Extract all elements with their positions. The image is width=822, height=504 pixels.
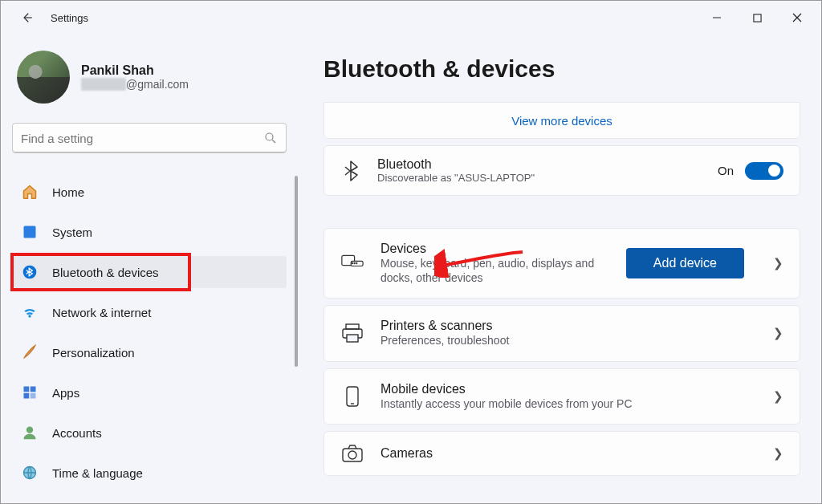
svg-rect-9 [31, 387, 36, 392]
nav-list: Home System Bluetooth & devices Network … [12, 176, 287, 497]
svg-rect-21 [347, 335, 358, 342]
system-icon [22, 225, 37, 239]
sidebar-item-personalization[interactable]: Personalization [12, 336, 287, 368]
bluetooth-icon [22, 264, 38, 280]
bluetooth-toggle-card: Bluetooth Discoverable as "ASUS-LAPTOP" … [324, 145, 800, 196]
view-more-devices-link[interactable]: View more devices [324, 102, 800, 139]
cameras-row[interactable]: Cameras ❯ [324, 431, 800, 476]
printers-subtitle: Preferences, troubleshoot [380, 333, 757, 348]
svg-point-25 [348, 451, 356, 459]
sidebar-item-label: Bluetooth & devices [52, 266, 159, 279]
sidebar-item-label: Personalization [52, 346, 135, 360]
svg-rect-10 [24, 393, 30, 399]
close-button[interactable] [786, 6, 808, 29]
devices-title: Devices [380, 242, 610, 256]
bluetooth-icon [343, 160, 359, 182]
toggle-label: On [718, 164, 734, 177]
chevron-right-icon: ❯ [773, 389, 783, 404]
svg-point-16 [352, 263, 352, 264]
svg-rect-11 [31, 393, 36, 399]
profile-email: xxxxxxxx@gmail.com [81, 78, 189, 91]
mobile-devices-row[interactable]: Mobile devices Instantly access your mob… [324, 368, 800, 425]
bluetooth-subtitle: Discoverable as "ASUS-LAPTOP" [377, 172, 702, 184]
svg-point-18 [356, 263, 357, 264]
window-title: Settings [51, 12, 88, 24]
svg-point-12 [26, 427, 33, 433]
chevron-right-icon: ❯ [773, 446, 783, 461]
sidebar-item-accounts[interactable]: Accounts [12, 417, 287, 449]
sidebar-item-network[interactable]: Network & internet [12, 296, 287, 328]
main-content: Bluetooth & devices View more devices Bl… [299, 35, 821, 504]
mobile-title: Mobile devices [380, 382, 757, 396]
arrow-left-icon [19, 10, 34, 25]
sidebar-item-label: Accounts [52, 426, 102, 440]
back-button[interactable] [17, 8, 36, 27]
brush-icon [22, 344, 38, 360]
svg-rect-6 [24, 226, 36, 238]
cameras-title: Cameras [380, 446, 757, 461]
maximize-icon [753, 14, 762, 22]
svg-rect-19 [346, 324, 359, 329]
devices-icon [341, 254, 364, 273]
sidebar-item-label: Home [52, 185, 84, 199]
printers-title: Printers & scanners [380, 319, 757, 333]
svg-line-5 [272, 140, 275, 143]
camera-icon [342, 445, 363, 462]
profile-name: Pankil Shah [81, 63, 189, 78]
chevron-right-icon: ❯ [773, 326, 783, 340]
account-icon [22, 425, 38, 441]
sidebar-item-bluetooth-devices[interactable]: Bluetooth & devices [12, 256, 287, 288]
chevron-right-icon: ❯ [773, 256, 783, 270]
close-icon [792, 13, 802, 22]
printer-icon [342, 323, 363, 343]
minimize-button[interactable] [706, 6, 728, 29]
sidebar-item-label: System [52, 226, 92, 239]
devices-row[interactable]: Devices Mouse, keyboard, pen, audio, dis… [324, 228, 800, 299]
profile-card[interactable]: Pankil Shah xxxxxxxx@gmail.com [12, 51, 287, 104]
page-title: Bluetooth & devices [324, 55, 800, 83]
avatar [17, 51, 70, 104]
bluetooth-toggle[interactable] [745, 162, 783, 180]
sidebar-item-label: Apps [52, 386, 79, 400]
sidebar-item-time-language[interactable]: Time & language [12, 457, 287, 489]
add-device-button[interactable]: Add device [626, 248, 744, 278]
svg-point-17 [354, 263, 355, 264]
printers-row[interactable]: Printers & scanners Preferences, trouble… [324, 305, 800, 361]
sidebar-item-label: Time & language [52, 466, 143, 480]
scroll-indicator[interactable] [295, 176, 298, 367]
maximize-button[interactable] [746, 6, 768, 29]
titlebar: Settings [1, 1, 821, 35]
devices-subtitle: Mouse, keyboard, pen, audio, displays an… [380, 256, 610, 285]
globe-icon [22, 465, 38, 481]
svg-rect-1 [753, 14, 760, 21]
minimize-icon [712, 13, 722, 22]
svg-rect-8 [24, 387, 30, 392]
search-icon [263, 131, 278, 145]
sidebar-item-apps[interactable]: Apps [12, 376, 287, 408]
svg-point-4 [266, 133, 273, 140]
search-field[interactable] [21, 132, 263, 145]
search-input[interactable] [12, 123, 287, 153]
wifi-icon [22, 304, 38, 320]
mobile-subtitle: Instantly access your mobile devices fro… [380, 396, 757, 411]
bluetooth-title: Bluetooth [377, 157, 702, 172]
apps-icon [22, 385, 37, 400]
sidebar-item-system[interactable]: System [12, 216, 287, 248]
sidebar: Pankil Shah xxxxxxxx@gmail.com Home Syst… [1, 35, 299, 504]
mobile-icon [345, 386, 360, 407]
home-icon [22, 184, 38, 200]
sidebar-item-label: Network & internet [52, 306, 151, 319]
sidebar-item-home[interactable]: Home [12, 176, 287, 208]
